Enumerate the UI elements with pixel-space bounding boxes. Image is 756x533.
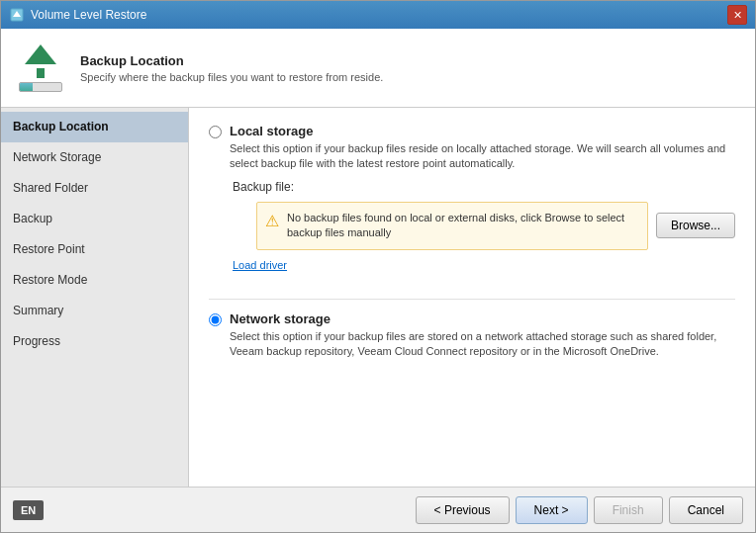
title-bar-left: Volume Level Restore <box>9 7 146 23</box>
footer-left: EN <box>13 500 44 520</box>
network-storage-radio[interactable] <box>209 313 222 326</box>
finish-button[interactable]: Finish <box>594 496 663 524</box>
browse-button[interactable]: Browse... <box>656 213 735 238</box>
previous-button[interactable]: < Previous <box>416 496 510 524</box>
sidebar-item-backup[interactable]: Backup <box>1 204 188 234</box>
main-window: Volume Level Restore ✕ Backup Location S… <box>0 0 756 533</box>
sidebar-item-progress[interactable]: Progress <box>1 326 188 357</box>
sidebar-label-summary: Summary <box>13 304 63 317</box>
sidebar-label-shared-folder: Shared Folder <box>13 181 88 195</box>
sidebar-item-shared-folder[interactable]: Shared Folder <box>1 173 188 204</box>
header-subtitle: Specify where the backup files you want … <box>80 71 739 83</box>
arrow-stem <box>37 68 45 79</box>
cancel-button[interactable]: Cancel <box>669 496 743 524</box>
sidebar-label-restore-point: Restore Point <box>13 242 85 256</box>
network-storage-desc: Select this option if your backup files … <box>230 329 735 360</box>
backup-file-label: Backup file: <box>233 180 294 194</box>
sidebar-label-progress: Progress <box>13 334 60 348</box>
footer: EN < Previous Next > Finish Cancel <box>1 487 755 532</box>
content-area: Backup Location Network Storage Shared F… <box>1 108 755 487</box>
warning-text: No backup files found on local or extern… <box>287 211 639 241</box>
separator <box>209 299 735 300</box>
local-storage-content: Local storage Select this option if your… <box>230 124 735 172</box>
local-storage-option-row: Local storage Select this option if your… <box>209 124 735 172</box>
next-button[interactable]: Next > <box>516 496 588 524</box>
warning-icon: ⚠ <box>265 212 279 230</box>
local-storage-option-block: Local storage Select this option if your… <box>209 124 735 287</box>
warning-browse-area: ⚠ No backup files found on local or exte… <box>233 198 735 254</box>
sidebar-label-restore-mode: Restore Mode <box>13 273 87 287</box>
network-storage-option-row: Network storage Select this option if yo… <box>209 311 735 360</box>
close-button[interactable]: ✕ <box>727 5 747 25</box>
arrow-up-icon <box>25 44 56 64</box>
local-storage-desc: Select this option if your backup files … <box>230 141 735 172</box>
window-title: Volume Level Restore <box>31 8 146 22</box>
sidebar-label-backup-location: Backup Location <box>13 120 109 133</box>
window-icon <box>9 7 25 23</box>
header-text: Backup Location Specify where the backup… <box>80 53 739 83</box>
sidebar-label-network-storage: Network Storage <box>13 150 101 164</box>
local-storage-radio[interactable] <box>209 126 222 138</box>
warning-box: ⚠ No backup files found on local or exte… <box>256 202 648 250</box>
language-badge: EN <box>13 500 44 520</box>
network-storage-content: Network storage Select this option if yo… <box>230 311 735 360</box>
sidebar-item-backup-location[interactable]: Backup Location <box>1 112 188 142</box>
header-area: Backup Location Specify where the backup… <box>1 29 755 108</box>
network-storage-label[interactable]: Network storage <box>230 311 331 326</box>
sidebar-item-restore-mode[interactable]: Restore Mode <box>1 265 188 296</box>
footer-buttons: < Previous Next > Finish Cancel <box>416 496 743 524</box>
local-storage-label[interactable]: Local storage <box>230 124 314 138</box>
title-bar: Volume Level Restore ✕ <box>1 1 755 29</box>
load-driver-link[interactable]: Load driver <box>233 259 287 271</box>
network-storage-option-block: Network storage Select this option if yo… <box>209 311 735 360</box>
header-title: Backup Location <box>80 53 739 68</box>
sidebar-item-restore-point[interactable]: Restore Point <box>1 234 188 265</box>
sidebar-item-network-storage[interactable]: Network Storage <box>1 142 188 173</box>
progress-bar-fill <box>20 83 33 90</box>
main-content: Local storage Select this option if your… <box>189 108 755 487</box>
sidebar: Backup Location Network Storage Shared F… <box>1 108 189 487</box>
header-icon-area <box>17 44 64 92</box>
sidebar-item-summary[interactable]: Summary <box>1 296 188 326</box>
backup-file-row: Backup file: <box>233 180 735 194</box>
header-progress-bar <box>19 82 62 91</box>
sidebar-label-backup: Backup <box>13 212 52 225</box>
